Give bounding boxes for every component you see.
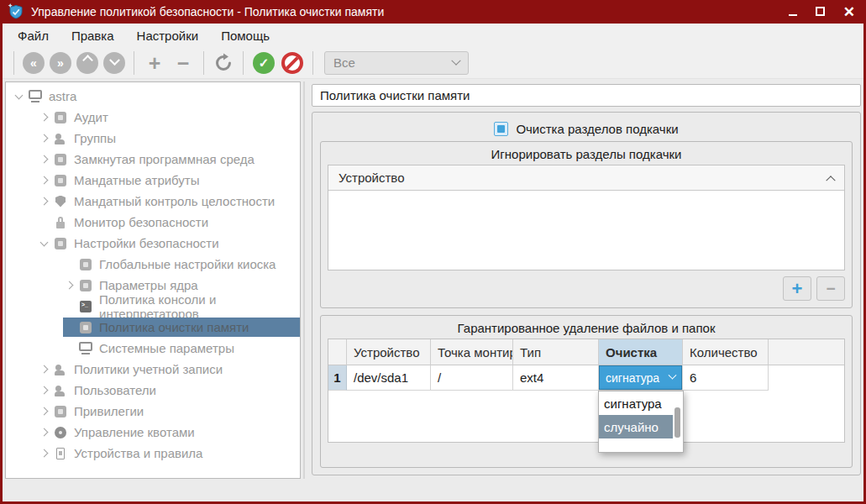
chevron-collapsed-icon[interactable]	[38, 132, 52, 145]
tree-item-15[interactable]: Привилегии	[6, 401, 300, 422]
wipe-mode-combobox[interactable]: сигнатура	[599, 365, 682, 390]
row-number-cell[interactable]: 1	[328, 365, 347, 391]
remove-button[interactable]: −	[171, 52, 196, 74]
tree-item-label: Пользователи	[74, 383, 156, 397]
count-header[interactable]: Количество	[683, 339, 769, 365]
apply-button[interactable]: ✓	[253, 52, 275, 74]
block-button[interactable]	[281, 52, 303, 74]
menu-settings[interactable]: Настройки	[129, 29, 207, 43]
chevron-down-icon	[451, 55, 460, 65]
go-up-button[interactable]	[76, 52, 98, 74]
tree-item-6[interactable]: Монитор безопасности	[6, 212, 300, 233]
toolbar: « » + − ✓ Все	[3, 47, 863, 79]
tree-item-12[interactable]: Системные параметры	[6, 338, 300, 359]
tree-item-2[interactable]: Группы	[6, 128, 300, 149]
refresh-button[interactable]	[213, 52, 234, 74]
sort-ascending-icon	[826, 176, 835, 185]
security-tree: astraАудитГруппыЗамкнутая программная ср…	[5, 81, 301, 479]
chevron-collapsed-icon[interactable]	[38, 174, 52, 187]
wipe-table-header-row: Устройство Точка монтир Тип Очистка Коли…	[328, 339, 844, 365]
content-area: astraАудитГруппыЗамкнутая программная ср…	[3, 79, 863, 501]
mount-point-header[interactable]: Точка монтир	[431, 339, 513, 365]
count-cell[interactable]: 6	[683, 365, 769, 391]
devices-and-rules-icon	[54, 447, 67, 460]
tree-item-3[interactable]: Замкнутая программная среда	[6, 149, 300, 170]
tree-item-body: Монитор безопасности	[38, 213, 300, 232]
panel-splitter[interactable]	[301, 81, 307, 479]
dropdown-scrollbar[interactable]	[673, 392, 682, 451]
fs-type-cell[interactable]: ext4	[513, 365, 599, 391]
mount-point-cell[interactable]: /	[431, 365, 513, 391]
tree-spacer	[63, 258, 77, 271]
tree-item-10[interactable]: Политика консоли и интерпретаторов	[6, 296, 300, 317]
row-number-header[interactable]	[328, 339, 347, 365]
toolbar-separator	[134, 51, 134, 75]
maximize-button[interactable]	[816, 4, 825, 19]
menu-file[interactable]: Файл	[9, 29, 57, 43]
dropdown-option-highlighted[interactable]: случайно	[599, 415, 673, 438]
menu-help[interactable]: Помощь	[213, 29, 278, 43]
add-button[interactable]: +	[142, 52, 167, 74]
ignore-table-header[interactable]: Устройство	[328, 165, 844, 191]
swap-wipe-checkbox[interactable]	[494, 122, 508, 136]
chevron-collapsed-icon[interactable]	[38, 363, 52, 376]
header-filler	[769, 339, 844, 365]
dropdown-option[interactable]: сигнатура	[599, 391, 673, 415]
chevron-expanded-icon[interactable]	[38, 237, 52, 250]
toolbar-handle	[13, 51, 14, 75]
tree-item-label: Политика очистки памяти	[99, 320, 249, 334]
tree-item-16[interactable]: Управление квотами	[6, 422, 300, 443]
wipe-mode-header[interactable]: Очистка	[599, 339, 683, 365]
tree-item-7[interactable]: Настройки безопасности	[6, 233, 300, 254]
tree-item-label: astra	[49, 89, 76, 103]
filter-combobox[interactable]: Все	[324, 51, 469, 75]
close-button[interactable]: ✕	[843, 8, 855, 17]
tree-item-1[interactable]: Аудит	[6, 107, 300, 128]
ignore-swap-group: Игнорировать разделы подкачки Устройство…	[320, 141, 853, 308]
tree-item-8[interactable]: Глобальные настройки киоска	[6, 254, 300, 275]
fs-type-header[interactable]: Тип	[513, 339, 599, 365]
system-parameters-icon	[79, 342, 92, 355]
chevron-collapsed-icon[interactable]	[38, 111, 52, 124]
device-cell[interactable]: /dev/sda1	[347, 365, 431, 391]
tree-item-4[interactable]: Мандатные атрибуты	[6, 170, 300, 191]
tree-item-body: Политика консоли и интерпретаторов	[63, 297, 300, 316]
menubar: Файл Правка Настройки Помощь	[3, 24, 863, 47]
dropdown-scrollbar-thumb[interactable]	[674, 407, 680, 438]
tree-item-11[interactable]: Политика очистки памяти	[6, 317, 300, 338]
wipe-table-body[interactable]	[328, 391, 844, 442]
go-last-button[interactable]: »	[50, 52, 71, 74]
tree-item-label: Политика консоли и интерпретаторов	[99, 292, 300, 321]
minimize-button[interactable]	[789, 4, 797, 19]
console-policy-icon	[79, 300, 92, 313]
mandatory-attributes-icon	[54, 174, 67, 187]
tree-item-13[interactable]: Политики учетной записи	[6, 359, 300, 380]
chevron-collapsed-icon[interactable]	[38, 195, 52, 208]
tree-item-17[interactable]: Устройства и правила	[6, 443, 300, 464]
chevron-collapsed-icon[interactable]	[38, 153, 52, 166]
tree-item-label: Монитор безопасности	[74, 215, 208, 229]
memory-wipe-frame: Очистка разделов подкачки Игнорировать р…	[312, 112, 861, 475]
menu-edit[interactable]: Правка	[63, 29, 123, 43]
computer-icon	[29, 90, 42, 103]
tree-item-body: Мандатный контроль целостности	[38, 192, 300, 211]
chevron-collapsed-icon[interactable]	[63, 279, 77, 292]
chevron-collapsed-icon[interactable]	[38, 384, 52, 397]
tree-item-label: Параметры ядра	[99, 278, 198, 292]
chevron-collapsed-icon[interactable]	[38, 447, 52, 460]
add-row-button[interactable]: +	[783, 276, 811, 301]
ignore-table-body[interactable]	[328, 191, 844, 270]
privileges-icon	[54, 405, 67, 418]
tree-item-5[interactable]: Мандатный контроль целостности	[6, 191, 300, 212]
go-down-button[interactable]	[103, 52, 125, 74]
go-first-button[interactable]: «	[23, 52, 45, 74]
device-header[interactable]: Устройство	[347, 339, 431, 365]
chevron-collapsed-icon[interactable]	[38, 405, 52, 418]
chevron-collapsed-icon[interactable]	[38, 426, 52, 439]
tree-item-0[interactable]: astra	[6, 86, 300, 107]
remove-row-button[interactable]: −	[816, 276, 845, 301]
app-window: Управление политикой безопасности - Поли…	[0, 0, 866, 504]
tree-item-14[interactable]: Пользователи	[6, 380, 300, 401]
chevron-expanded-icon[interactable]	[13, 90, 27, 103]
page-title: Политика очистки памяти	[312, 84, 861, 107]
